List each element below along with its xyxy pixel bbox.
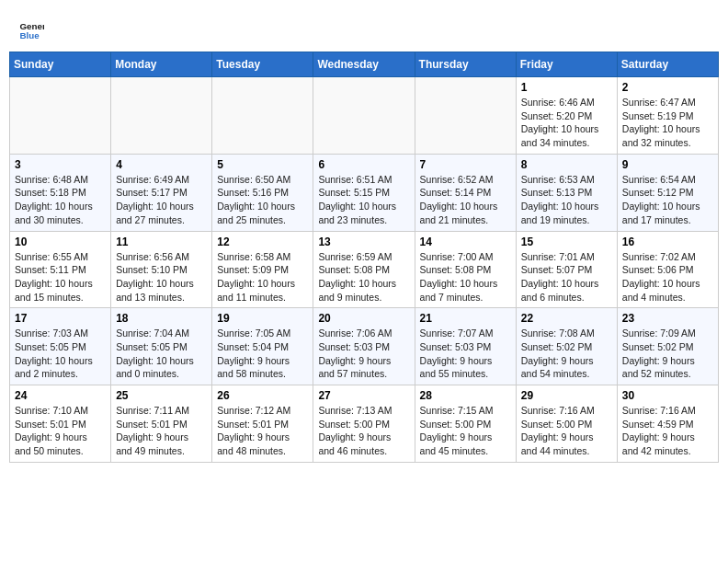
calendar-cell: 9Sunrise: 6:54 AMSunset: 5:12 PMDaylight… (617, 154, 718, 231)
day-info: Sunrise: 7:15 AMSunset: 5:00 PMDaylight:… (420, 404, 511, 458)
day-number: 30 (622, 389, 713, 402)
svg-text:Blue: Blue (19, 30, 40, 40)
calendar-cell: 30Sunrise: 7:16 AMSunset: 4:59 PMDayligh… (617, 385, 718, 463)
day-info: Sunrise: 7:12 AMSunset: 5:01 PMDaylight:… (217, 404, 308, 458)
day-info: Sunrise: 6:48 AMSunset: 5:18 PMDaylight:… (15, 173, 106, 227)
day-number: 3 (15, 158, 106, 171)
day-info: Sunrise: 7:13 AMSunset: 5:00 PMDaylight:… (318, 404, 409, 458)
day-number: 21 (420, 312, 511, 325)
calendar-cell: 5Sunrise: 6:50 AMSunset: 5:16 PMDaylight… (212, 154, 313, 231)
day-number: 25 (116, 389, 207, 402)
day-info: Sunrise: 7:02 AMSunset: 5:06 PMDaylight:… (622, 250, 713, 304)
day-number: 13 (318, 236, 409, 248)
day-number: 26 (217, 389, 308, 402)
weekday-header: Tuesday (212, 52, 313, 77)
calendar-cell: 20Sunrise: 7:06 AMSunset: 5:03 PMDayligh… (313, 308, 415, 385)
weekday-header: Friday (516, 52, 617, 77)
day-number: 15 (521, 236, 612, 248)
calendar-cell: 15Sunrise: 7:01 AMSunset: 5:07 PMDayligh… (516, 231, 617, 308)
day-info: Sunrise: 7:07 AMSunset: 5:03 PMDaylight:… (420, 327, 511, 381)
day-info: Sunrise: 7:00 AMSunset: 5:08 PMDaylight:… (420, 250, 511, 304)
calendar-cell: 29Sunrise: 7:16 AMSunset: 5:00 PMDayligh… (516, 385, 617, 463)
calendar-cell: 3Sunrise: 6:48 AMSunset: 5:18 PMDaylight… (10, 154, 111, 231)
day-info: Sunrise: 7:09 AMSunset: 5:02 PMDaylight:… (622, 327, 713, 381)
calendar-cell: 25Sunrise: 7:11 AMSunset: 5:01 PMDayligh… (111, 385, 212, 463)
calendar-cell: 10Sunrise: 6:55 AMSunset: 5:11 PMDayligh… (10, 231, 111, 308)
day-number: 29 (521, 389, 612, 402)
day-number: 20 (318, 312, 409, 325)
day-info: Sunrise: 6:50 AMSunset: 5:16 PMDaylight:… (217, 173, 308, 227)
calendar-header: SundayMondayTuesdayWednesdayThursdayFrid… (10, 52, 719, 77)
calendar-week-row: 24Sunrise: 7:10 AMSunset: 5:01 PMDayligh… (10, 385, 719, 463)
calendar-cell: 16Sunrise: 7:02 AMSunset: 5:06 PMDayligh… (617, 231, 718, 308)
day-info: Sunrise: 7:04 AMSunset: 5:05 PMDaylight:… (116, 327, 207, 381)
calendar-cell: 18Sunrise: 7:04 AMSunset: 5:05 PMDayligh… (111, 308, 212, 385)
weekday-header: Saturday (617, 52, 718, 77)
day-number: 16 (622, 236, 713, 248)
calendar-cell: 11Sunrise: 6:56 AMSunset: 5:10 PMDayligh… (111, 231, 212, 308)
weekday-header: Wednesday (313, 52, 415, 77)
day-info: Sunrise: 7:03 AMSunset: 5:05 PMDaylight:… (15, 327, 106, 381)
day-info: Sunrise: 6:52 AMSunset: 5:14 PMDaylight:… (420, 173, 511, 227)
calendar-week-row: 1Sunrise: 6:46 AMSunset: 5:20 PMDaylight… (10, 77, 719, 155)
weekday-header: Thursday (415, 52, 516, 77)
calendar-cell (415, 77, 516, 155)
day-number: 4 (116, 158, 207, 171)
day-number: 2 (622, 81, 713, 94)
calendar-cell: 13Sunrise: 6:59 AMSunset: 5:08 PMDayligh… (313, 231, 415, 308)
day-number: 12 (217, 236, 308, 248)
day-number: 5 (217, 158, 308, 171)
calendar-cell: 17Sunrise: 7:03 AMSunset: 5:05 PMDayligh… (10, 308, 111, 385)
calendar-cell: 14Sunrise: 7:00 AMSunset: 5:08 PMDayligh… (415, 231, 516, 308)
day-number: 14 (420, 236, 511, 248)
day-number: 11 (116, 236, 207, 248)
calendar-cell (212, 77, 313, 155)
calendar-cell: 1Sunrise: 6:46 AMSunset: 5:20 PMDaylight… (516, 77, 617, 155)
calendar-cell: 6Sunrise: 6:51 AMSunset: 5:15 PMDaylight… (313, 154, 415, 231)
day-info: Sunrise: 6:51 AMSunset: 5:15 PMDaylight:… (318, 173, 409, 227)
day-number: 18 (116, 312, 207, 325)
day-info: Sunrise: 6:54 AMSunset: 5:12 PMDaylight:… (622, 173, 713, 227)
calendar-cell: 26Sunrise: 7:12 AMSunset: 5:01 PMDayligh… (212, 385, 313, 463)
calendar-week-row: 17Sunrise: 7:03 AMSunset: 5:05 PMDayligh… (10, 308, 719, 385)
calendar-cell: 24Sunrise: 7:10 AMSunset: 5:01 PMDayligh… (10, 385, 111, 463)
day-info: Sunrise: 6:47 AMSunset: 5:19 PMDaylight:… (622, 96, 713, 150)
calendar-cell (111, 77, 212, 155)
day-number: 7 (420, 158, 511, 171)
calendar-cell: 12Sunrise: 6:58 AMSunset: 5:09 PMDayligh… (212, 231, 313, 308)
calendar-cell: 7Sunrise: 6:52 AMSunset: 5:14 PMDaylight… (415, 154, 516, 231)
day-info: Sunrise: 6:59 AMSunset: 5:08 PMDaylight:… (318, 250, 409, 304)
day-info: Sunrise: 7:06 AMSunset: 5:03 PMDaylight:… (318, 327, 409, 381)
logo-icon: General Blue (18, 17, 44, 42)
calendar-cell (10, 77, 111, 155)
day-number: 27 (318, 389, 409, 402)
day-info: Sunrise: 6:58 AMSunset: 5:09 PMDaylight:… (217, 250, 308, 304)
calendar-cell: 19Sunrise: 7:05 AMSunset: 5:04 PMDayligh… (212, 308, 313, 385)
calendar-cell: 23Sunrise: 7:09 AMSunset: 5:02 PMDayligh… (617, 308, 718, 385)
day-info: Sunrise: 6:55 AMSunset: 5:11 PMDaylight:… (15, 250, 106, 304)
day-info: Sunrise: 7:16 AMSunset: 5:00 PMDaylight:… (521, 404, 612, 458)
day-info: Sunrise: 7:10 AMSunset: 5:01 PMDaylight:… (15, 404, 106, 458)
calendar-cell: 28Sunrise: 7:15 AMSunset: 5:00 PMDayligh… (415, 385, 516, 463)
day-number: 17 (15, 312, 106, 325)
calendar-week-row: 10Sunrise: 6:55 AMSunset: 5:11 PMDayligh… (10, 231, 719, 308)
calendar-cell (313, 77, 415, 155)
day-info: Sunrise: 6:49 AMSunset: 5:17 PMDaylight:… (116, 173, 207, 227)
day-info: Sunrise: 7:08 AMSunset: 5:02 PMDaylight:… (521, 327, 612, 381)
calendar-cell: 8Sunrise: 6:53 AMSunset: 5:13 PMDaylight… (516, 154, 617, 231)
weekday-header: Monday (111, 52, 212, 77)
day-info: Sunrise: 6:56 AMSunset: 5:10 PMDaylight:… (116, 250, 207, 304)
day-info: Sunrise: 7:01 AMSunset: 5:07 PMDaylight:… (521, 250, 612, 304)
day-number: 23 (622, 312, 713, 325)
day-info: Sunrise: 7:16 AMSunset: 4:59 PMDaylight:… (622, 404, 713, 458)
day-info: Sunrise: 6:53 AMSunset: 5:13 PMDaylight:… (521, 173, 612, 227)
day-info: Sunrise: 7:11 AMSunset: 5:01 PMDaylight:… (116, 404, 207, 458)
day-number: 28 (420, 389, 511, 402)
page-header: General Blue (9, 9, 719, 46)
day-number: 1 (521, 81, 612, 94)
day-info: Sunrise: 6:46 AMSunset: 5:20 PMDaylight:… (521, 96, 612, 150)
calendar-cell: 27Sunrise: 7:13 AMSunset: 5:00 PMDayligh… (313, 385, 415, 463)
calendar-table: SundayMondayTuesdayWednesdayThursdayFrid… (9, 52, 719, 463)
day-number: 19 (217, 312, 308, 325)
day-number: 8 (521, 158, 612, 171)
